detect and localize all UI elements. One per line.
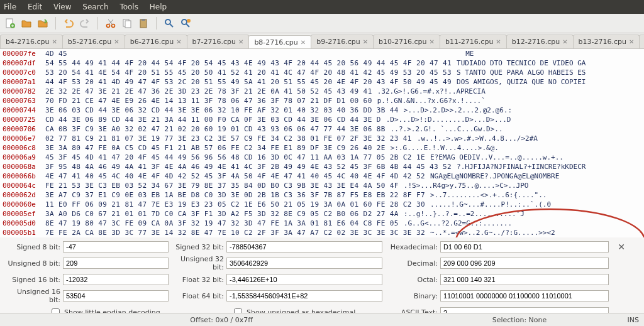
hex-bytes[interactable]: 3E 3A 80 47 FE 0A C5 CD 45 F1 21 AB 57 0… (45, 143, 391, 153)
hex-ascii[interactable]: .....!.G~...#....P!..:..`.(.0 (430, 200, 551, 209)
hex-ascii[interactable]: .!S>...R4g>y.75..@....>C>..JPO (404, 181, 529, 190)
hex-row[interactable]: 000007a144 4F 53 20 41 4D 49 47 4F 53 2C… (0, 77, 644, 87)
hex-bytes[interactable]: 02 77 81 C9 21 81 07 3E 19 77 3E 23 C2 3… (45, 134, 417, 143)
hex-row[interactable]: 0000060e11 E0 FF 06 09 21 81 47 7E E3 19… (0, 200, 644, 209)
hex-row[interactable]: 000007c053 20 54 41 4E 54 4F 20 51 55 45… (0, 68, 644, 77)
value-u8[interactable] (63, 258, 169, 269)
hex-ascii[interactable]: .G..G<...?2.G2=G..:....... (404, 219, 512, 228)
hex-ascii[interactable]: :..g!..}..?.=..=2..........'J (404, 209, 525, 219)
menu-view[interactable]: View (53, 3, 71, 11)
close-icon[interactable]: ✕ (176, 38, 181, 45)
tab-b9[interactable]: b9-2716.cpu✕ (311, 35, 374, 48)
hex-bytes[interactable]: FE 21 53 3E C3 EB 03 52 34 67 3E 79 8E 3… (45, 181, 404, 190)
hex-row[interactable]: 000007fe4D 45 ME (0, 49, 644, 58)
value-s32[interactable] (226, 241, 382, 253)
hex-ascii[interactable]: >..7........<>.+..6:{....".. (430, 190, 547, 200)
hex-bytes[interactable]: 54 55 44 49 41 44 4F 20 44 54 4F 20 54 4… (45, 58, 457, 68)
hex-ascii[interactable]: p.!.GN.&N...?x.G6?x.!....` (377, 96, 486, 106)
hex-ascii[interactable]: DOS AMIGOS, QUIZA QUE NO COPIEI (457, 77, 586, 87)
tab-b11[interactable]: b11-2716.cpu✕ (440, 35, 507, 48)
hex-bytes[interactable]: 4D 45 (45, 49, 465, 58)
tab-b7[interactable]: b7-2716.cpu✕ (187, 35, 250, 48)
tab-c01s[interactable]: c01s.6e✕ (639, 35, 644, 48)
hex-bytes[interactable]: 53 20 54 41 4E 54 4F 20 51 55 45 20 50 4… (45, 68, 457, 77)
value-oct[interactable] (440, 274, 609, 285)
tab-b10[interactable]: b10-2716.cpu✕ (373, 35, 440, 48)
value-s16[interactable] (63, 274, 169, 285)
hex-ascii[interactable]: ME (465, 49, 474, 58)
close-icon[interactable]: ✕ (114, 38, 119, 45)
hex-bytes[interactable]: 2E 32 2E 47 3E 21 2E 47 36 2E 3D 23 2E 7… (45, 87, 377, 96)
hex-ascii[interactable]: >:.G....E.!.W...4....>.&@. (391, 143, 499, 153)
value-f32[interactable] (226, 274, 382, 285)
hex-row[interactable]: 0000066b4E 47 41 40 45 4C 40 4E 4F 4D 42… (0, 171, 644, 181)
paste-icon[interactable] (137, 17, 150, 30)
hex-row[interactable]: 000006a945 3F 45 4D 41 47 20 4F 45 44 49… (0, 153, 644, 162)
hex-bytes[interactable]: 44 4F 53 20 41 4D 49 47 4F 53 2C 20 51 5… (45, 77, 457, 87)
hex-ascii[interactable]: NGA@EL@NOMBRE?.JPONGA@EL@NOMBRE (430, 171, 559, 181)
hex-row[interactable]: 000007443E 06 03 CD 44 3E 06 32 CD 44 3E… (0, 106, 644, 115)
new-file-icon[interactable] (4, 17, 16, 30)
tab-b12[interactable]: b12-2716.cpu✕ (506, 35, 574, 48)
tab-b8[interactable]: b8-2716.cpu✕ (248, 35, 311, 49)
close-icon[interactable]: ✕ (430, 38, 435, 45)
hex-ascii[interactable]: ..?.>.2.G!. `...C...Gw.D>.. (391, 124, 503, 134)
value-dec[interactable] (440, 258, 609, 269)
hex-row[interactable]: 000005d08E 47 19 80 47 3C FE 09 CA 0A 3F… (0, 219, 644, 228)
menu-tools[interactable]: Tools (119, 3, 138, 11)
hex-view[interactable]: 000007fe4D 45 ME000007df54 55 44 49 41 4… (0, 49, 644, 237)
search-replace-icon[interactable] (179, 17, 192, 30)
hex-bytes[interactable]: 70 FD 21 CE 47 4E E9 26 4E 14 13 11 3F 7… (45, 96, 377, 106)
hex-bytes[interactable]: 3F 95 48 4A 46 49 4A 41 3F 4E 4A 46 49 4… (45, 162, 457, 171)
hex-row[interactable]: 000007df54 55 44 49 41 44 4F 20 44 54 4F… (0, 58, 644, 68)
hex-bytes[interactable]: 8E 47 19 80 47 3C FE 09 CA 0A 3F 32 19 4… (45, 219, 404, 228)
value-s8[interactable] (63, 241, 169, 253)
close-icon[interactable]: ✕ (363, 38, 368, 45)
hex-bytes[interactable]: 3A A0 D6 C0 67 21 01 01 7D C0 CA 3F F1 3… (45, 209, 404, 219)
hex-row[interactable]: 00000706CA 0B 3F C9 3E A0 32 02 47 21 02… (0, 124, 644, 134)
tab-b13[interactable]: b13-2716.cpu✕ (573, 35, 640, 48)
save-file-icon[interactable] (36, 17, 49, 30)
value-f64[interactable] (226, 290, 382, 302)
hex-row[interactable]: 000005ef3A A0 D6 C0 67 21 01 01 7D C0 CA… (0, 209, 644, 219)
hex-row[interactable]: 000006e702 77 81 C9 21 81 07 3E 19 77 3E… (0, 134, 644, 143)
hex-bytes[interactable]: 3E 06 03 CD 44 3E 06 32 CD 44 3E 3E 06 3… (45, 106, 404, 115)
hex-bytes[interactable]: 11 E0 FF 06 09 21 81 47 7E E3 19 E3 23 0… (45, 200, 430, 209)
hex-row[interactable]: 0000062d3E A7 C9 37 E1 C9 0E 03 EB 1A BE… (0, 190, 644, 200)
value-hex[interactable] (440, 241, 609, 253)
hex-row[interactable]: 0000064cFE 21 53 3E C3 EB 03 52 34 67 3E… (0, 181, 644, 190)
search-icon[interactable] (163, 17, 175, 30)
undo-icon[interactable] (62, 17, 75, 30)
hex-bytes[interactable]: CA 0B 3F C9 3E A0 32 02 47 21 02 20 60 1… (45, 124, 391, 134)
hex-bytes[interactable]: 45 3F 45 4D 41 47 20 4F 45 44 49 56 96 5… (45, 153, 430, 162)
value-u32[interactable] (226, 258, 382, 269)
hex-ascii[interactable]: ~..*.=<w>..2.G~../?:G.....>><2 (430, 228, 555, 237)
close-icon[interactable]: ✕ (496, 38, 501, 45)
close-icon[interactable]: ✕ (52, 38, 57, 45)
hex-row[interactable]: 000006c83E 3A 80 47 FE 0A C5 CD 45 F1 21… (0, 143, 644, 153)
tab-b5[interactable]: b5-2716.cpu✕ (62, 35, 125, 48)
menu-search[interactable]: Search (82, 3, 108, 11)
hex-ascii[interactable]: ?.HJFIJA?NJFINAL?+IINCRE?kKDECR (457, 162, 586, 171)
close-inspector-icon[interactable]: ✕ (618, 242, 625, 252)
hex-ascii[interactable]: .D>...D>!:D........D>...D>...D (386, 115, 511, 124)
close-icon[interactable]: ✕ (301, 39, 306, 46)
open-file-icon[interactable] (20, 17, 33, 30)
hex-ascii[interactable]: .32.G>!.G6.=#.x?!..APRECIA (377, 87, 486, 96)
value-bin[interactable] (440, 290, 609, 302)
cut-icon[interactable] (104, 17, 117, 30)
close-icon[interactable]: ✕ (238, 38, 243, 45)
redo-icon[interactable] (79, 17, 91, 30)
hex-ascii[interactable]: E?EMAG OEDIV..V...=..@.....w.+.. (430, 153, 564, 162)
hex-row[interactable]: 00000725CD 44 3E 06 89 CD 44 3E 21 3A 44… (0, 115, 644, 124)
hex-bytes[interactable]: 4E 47 41 40 45 4C 40 4E 4F 4D 42 52 45 3… (45, 171, 430, 181)
hex-ascii[interactable]: >...D>.2.D>>.2...2.@2.@6.: (404, 106, 512, 115)
hex-row[interactable]: 000005b17E FE 2A CA 8E 3D 3C 77 3E 14 32… (0, 228, 644, 237)
hex-ascii[interactable]: .w..!..>.w>.#.>W..4.8.../>2#A (417, 134, 538, 143)
tab-b4[interactable]: b4-2716.cpu✕ (0, 35, 63, 48)
close-icon[interactable]: ✕ (629, 38, 634, 45)
copy-icon[interactable] (121, 17, 133, 30)
hex-ascii[interactable]: TUDIADO DTO TECNICO DE VIDEO GA (457, 58, 586, 68)
hex-row[interactable]: 000007822E 32 2E 47 3E 21 2E 47 36 2E 3D… (0, 87, 644, 96)
hex-bytes[interactable]: 7E FE 2A CA 8E 3D 3C 77 3E 14 32 8E 47 7… (45, 228, 430, 237)
